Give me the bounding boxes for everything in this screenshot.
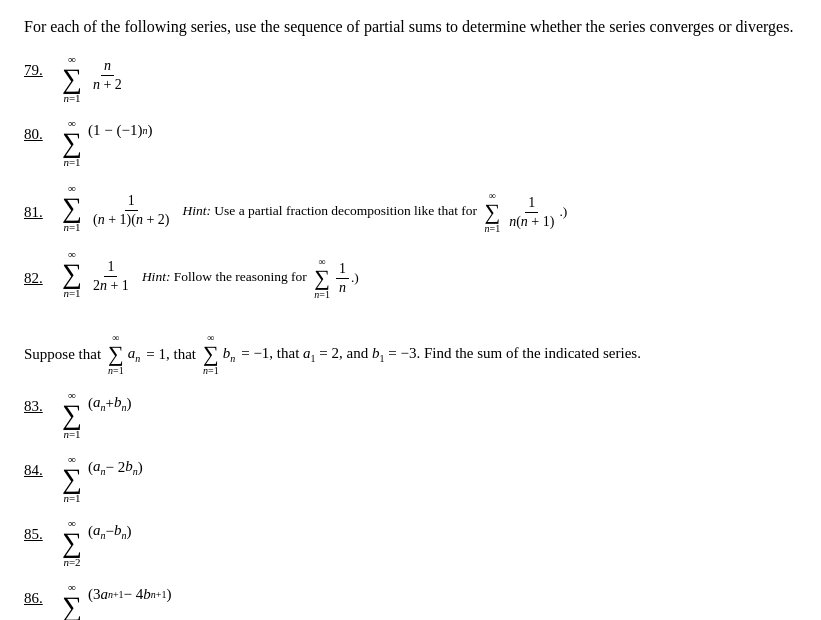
problem-number-79: 79. [24, 62, 60, 79]
expr-84: (an − 2bn) [88, 458, 143, 477]
problem-80: 80. ∞ ∑ n=1 (1 − (−1)n) [24, 118, 797, 168]
problem-number-86: 86. [24, 590, 60, 607]
sum-81: ∞ ∑ n=1 [62, 183, 82, 233]
expr-81: 1 (n + 1)(n + 2) [88, 193, 174, 228]
problem-85: 85. ∞ ∑ n=2 (an − bn) [24, 518, 797, 568]
problem-number-81: 81. [24, 204, 60, 221]
problem-83: 83. ∞ ∑ n=1 (an + bn) [24, 390, 797, 440]
hint-82: Hint: Follow the reasoning for ∞ ∑ n=1 1… [142, 256, 362, 300]
expr-79: n n + 2 [88, 58, 127, 93]
problem-number-85: 85. [24, 526, 60, 543]
problem-number-84: 84. [24, 462, 60, 479]
sum-86: ∞ ∑ n=1 [62, 582, 82, 620]
expr-80: (1 − (−1)n) [88, 122, 152, 139]
expr-83: (an + bn) [88, 394, 131, 413]
suppose-line: Suppose that ∞ ∑ n=1 an = 1, that ∞ ∑ n=… [24, 332, 797, 376]
problem-number-80: 80. [24, 126, 60, 143]
problem-82: 82. ∞ ∑ n=1 1 2n + 1 Hint: Follow the re… [24, 248, 797, 300]
sum-79: ∞ ∑ n=1 [62, 54, 82, 104]
sum-82: ∞ ∑ n=1 [62, 249, 82, 299]
sum-85: ∞ ∑ n=2 [62, 518, 82, 568]
sum-83: ∞ ∑ n=1 [62, 390, 82, 440]
expr-82: 1 2n + 1 [88, 259, 134, 294]
problem-86: 86. ∞ ∑ n=1 (3an+1 − 4bn+1) [24, 582, 797, 620]
problem-number-82: 82. [24, 270, 60, 287]
intro-text: For each of the following series, use th… [24, 18, 797, 36]
expr-86: (3an+1 − 4bn+1) [88, 586, 172, 603]
problem-79: 79. ∞ ∑ n=1 n n + 2 [24, 54, 797, 104]
problem-84: 84. ∞ ∑ n=1 (an − 2bn) [24, 454, 797, 504]
sum-84: ∞ ∑ n=1 [62, 454, 82, 504]
problem-number-83: 83. [24, 398, 60, 415]
problem-81: 81. ∞ ∑ n=1 1 (n + 1)(n + 2) Hint: Use a… [24, 182, 797, 234]
sum-80: ∞ ∑ n=1 [62, 118, 82, 168]
hint-81: Hint: Use a partial fraction decompositi… [182, 190, 570, 234]
expr-85: (an − bn) [88, 522, 131, 541]
